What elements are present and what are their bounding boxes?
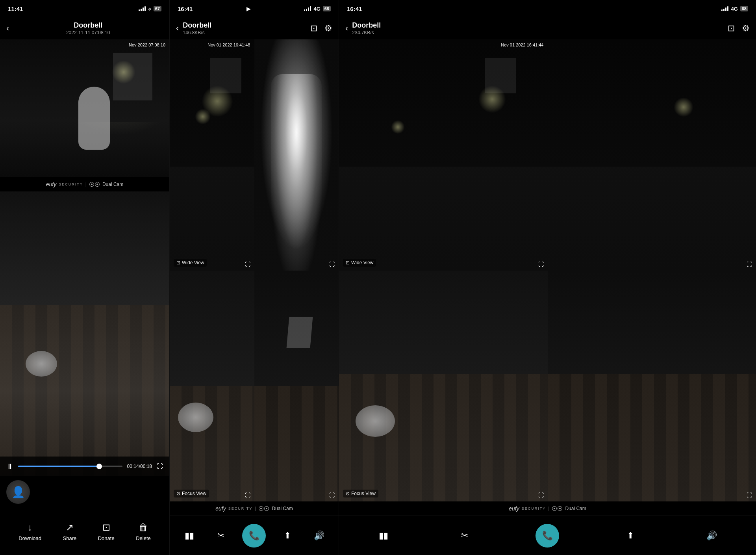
camera-cell-pumpkin-1: ⊙ Focus View ⛶ (170, 271, 254, 502)
download-button[interactable]: ↓ Download (19, 522, 41, 541)
signal-type-mid: 4G (313, 6, 320, 12)
download-label: Download (19, 535, 41, 541)
expand-icon-mid-tl[interactable]: ⛶ (245, 261, 250, 267)
progress-bar[interactable] (18, 466, 122, 467)
header-left: ‹ Doorbell 2022-11-11 07:08:10 (0, 17, 169, 39)
expand-icon-right-br[interactable]: ⛶ (747, 492, 752, 498)
eufy-brand-right: eufy SECURITY | ⦿⦿ Dual Cam (339, 501, 756, 516)
battery-right: 68 (740, 6, 748, 11)
delete-label: Delete (136, 535, 151, 541)
expand-icon-right-tr[interactable]: ⛶ (747, 261, 752, 267)
back-button-mid[interactable]: ‹ (176, 23, 179, 33)
wide-view-badge-mid: ⊡ Wide View (174, 259, 207, 267)
focus-view-badge-mid-bl: ⊙ Focus View (174, 490, 209, 497)
signal-icon-mid (304, 6, 311, 11)
trash-icon: 🗑 (139, 522, 148, 533)
camera-cell-wide-right-2: ⛶ (548, 39, 756, 271)
camera-toolbar-mid: ▮▮ ✂ 📞 ⬆ 🔊 (170, 516, 339, 555)
header-title-left: Doorbell (74, 21, 102, 30)
panel-right: 16:41 4G 68 ‹ Doorbell 234.7KB/s ⊡ ⚙ (339, 0, 756, 555)
back-button-right[interactable]: ‹ (345, 23, 348, 33)
eufy-brand-left: eufy SECURITY | ⦿⦿ Dual Cam (0, 177, 169, 191)
dual-cam-text-right: Dual Cam (565, 506, 586, 511)
download-icon: ↓ (28, 522, 32, 533)
pumpkin-scene-left (0, 191, 169, 476)
progress-fill (18, 466, 99, 467)
camera-settings-icon-mid[interactable]: ⊡ (310, 23, 317, 33)
header-mid: ‹ Doorbell 146.8KB/s ⊡ ⚙ (170, 17, 339, 39)
playback-controls: ⏸ 00:14/00:18 ⛶ (0, 457, 169, 476)
scissors-icon-mid: ✂ (217, 531, 224, 541)
header-subtitle-left: 2022-11-11 07:08:10 (66, 30, 110, 35)
video-button-mid[interactable]: ▮▮ (180, 526, 199, 546)
share-icon-mid: ⬆ (284, 531, 291, 541)
video-icon-right: ▮▮ (379, 531, 388, 541)
focus-view-badge-right-bl: ⊙ Focus View (343, 490, 378, 497)
expand-icon-mid-br[interactable]: ⛶ (329, 492, 335, 498)
location-icon-mid: ▶ (246, 6, 250, 12)
scissors-button-mid[interactable]: ✂ (211, 526, 231, 546)
delete-button[interactable]: 🗑 Delete (136, 522, 151, 541)
volume-button-right[interactable]: 🔊 (702, 526, 721, 546)
timestamp-mid-top-left: Nov 01 2022 16:41:48 (208, 43, 250, 47)
header-icons-mid: ⊡ ⚙ (310, 23, 332, 33)
dual-cam-icon-right: ⦿⦿ (552, 505, 563, 512)
signal-icon-left (139, 6, 146, 11)
expand-icon-mid-tr[interactable]: ⛶ (329, 261, 335, 267)
video-scene-top (0, 39, 169, 177)
camera-cell-pumpkin-right: ⊙ Focus View ⛶ (339, 271, 548, 502)
avatar: 👤 (6, 480, 30, 504)
expand-icon-right-bl[interactable]: ⛶ (538, 492, 544, 498)
volume-icon-right: 🔊 (706, 531, 717, 541)
header-center-left: Doorbell 2022-11-11 07:08:10 (13, 21, 163, 35)
share-icon-right: ⬆ (627, 531, 634, 541)
donate-label: Donate (98, 535, 115, 541)
status-icons-right: 4G 68 (721, 6, 748, 12)
gear-icon-right[interactable]: ⚙ (742, 23, 750, 33)
header-title-right: Doorbell (352, 21, 381, 30)
status-bar-left: 11:41 ⟐ 67 (0, 0, 169, 17)
expand-icon-mid-bl[interactable]: ⛶ (245, 492, 250, 498)
security-text-mid: SECURITY (228, 507, 253, 510)
video-button-right[interactable]: ▮▮ (374, 526, 393, 546)
avatar-area: 👤 (0, 476, 169, 508)
camera-grid-right: Nov 01 2022 16:41:44 ⊡ Wide View ⛶ ⛶ ⊙ (339, 39, 756, 501)
panel-mid: 16:41 ▶ 4G 68 ‹ Doorbell 146.8KB/s ⊡ ⚙ (169, 0, 339, 555)
phone-icon-mid: 📞 (249, 531, 259, 541)
back-button-left[interactable]: ‹ (6, 23, 9, 33)
camera-grid-mid: Nov 01 2022 16:41:48 ⊡ Wide View ⛶ ⛶ ⊙ F… (170, 39, 339, 501)
time-display: 00:14/00:18 (127, 464, 152, 469)
share-button-right[interactable]: ⬆ (621, 526, 640, 546)
gear-icon-mid[interactable]: ⚙ (324, 23, 332, 33)
donate-button[interactable]: ⊡ Donate (98, 522, 115, 541)
header-speed-mid: 146.8KB/s (183, 30, 204, 35)
header-title-mid: Doorbell (183, 21, 211, 30)
donate-icon: ⊡ (102, 522, 110, 533)
security-text-right: SECURITY (522, 507, 546, 510)
share-button[interactable]: ↗ Share (63, 522, 77, 541)
call-button-mid[interactable]: 📞 (242, 524, 266, 548)
fullscreen-button[interactable]: ⛶ (157, 463, 163, 470)
camera-settings-icon-right[interactable]: ⊡ (728, 23, 735, 33)
header-speed-right: 234.7KB/s (352, 30, 374, 35)
time-left: 11:41 (8, 6, 23, 12)
phone-icon-right: 📞 (542, 531, 553, 541)
battery-left: 67 (154, 6, 161, 11)
camera-cell-person: ⛶ (254, 39, 339, 271)
expand-icon-right-tl[interactable]: ⛶ (538, 261, 544, 267)
scissors-button-right[interactable]: ✂ (455, 526, 474, 546)
status-icons-left: ⟐ 67 (139, 6, 161, 12)
eufy-logo-left: eufy (46, 181, 56, 187)
security-text-left: SECURITY (59, 182, 83, 186)
share-icon: ↗ (66, 522, 74, 533)
panel-left: 11:41 ⟐ 67 ‹ Doorbell 2022-11-11 07:08:1… (0, 0, 169, 555)
call-button-right[interactable]: 📞 (536, 524, 559, 548)
share-button-mid[interactable]: ⬆ (278, 526, 297, 546)
status-icons-mid: 4G 68 (304, 6, 331, 12)
status-bar-mid: 16:41 ▶ 4G 68 (170, 0, 339, 17)
pause-button[interactable]: ⏸ (6, 462, 13, 471)
scissors-icon-right: ✂ (461, 531, 468, 541)
timestamp-right-top-left: Nov 01 2022 16:41:44 (501, 43, 543, 47)
volume-button-mid[interactable]: 🔊 (309, 526, 329, 546)
video-bottom-left: ⏸ 00:14/00:18 ⛶ (0, 191, 169, 476)
